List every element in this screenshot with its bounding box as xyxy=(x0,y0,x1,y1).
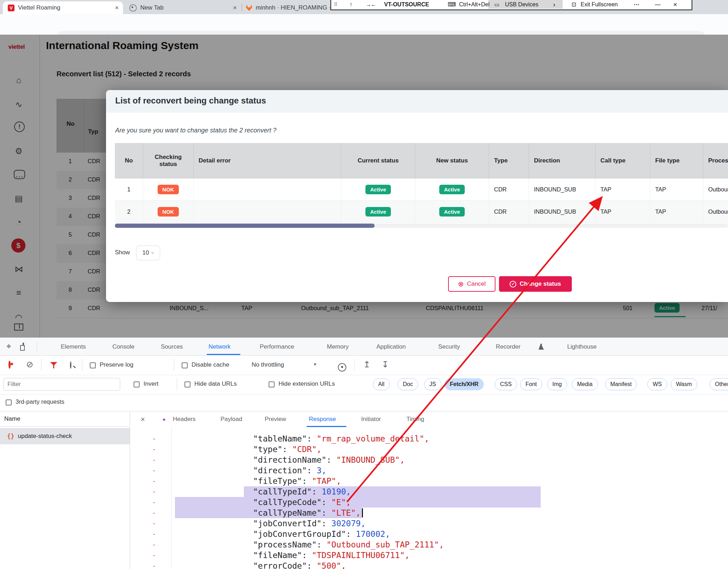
code-line: -"processName": "Outbound_sub_TAP_2111", xyxy=(130,539,728,550)
pill-media[interactable]: Media xyxy=(572,378,598,390)
name-column-header[interactable]: Name xyxy=(0,411,130,427)
modal-horizontal-scrollbar[interactable] xyxy=(115,224,728,228)
filter-input[interactable] xyxy=(4,378,120,391)
tab-sources[interactable]: Sources xyxy=(161,340,183,353)
check-circle-icon: ✓ xyxy=(510,281,516,288)
divider xyxy=(82,359,82,371)
pill-js[interactable]: JS xyxy=(424,378,441,390)
modal-row-2[interactable]: 2 NOK Active Active CDR INBOUND_SUB TAP … xyxy=(115,201,728,223)
pill-doc[interactable]: Doc xyxy=(398,378,418,390)
page-size-select[interactable]: 10 ˅ xyxy=(136,245,160,260)
divider xyxy=(37,341,37,352)
tab-security[interactable]: Security xyxy=(438,340,460,353)
close-details-icon[interactable]: × xyxy=(141,413,145,425)
tab-close-icon[interactable]: × xyxy=(233,4,237,12)
throttling-select[interactable]: No throttling xyxy=(252,361,284,368)
exit-fullscreen-button[interactable]: Exit Fullscreen xyxy=(581,0,618,9)
clear-icon[interactable]: ⊘ xyxy=(26,360,33,369)
tab-performance[interactable]: Performance xyxy=(260,340,294,353)
scrollbar-thumb[interactable] xyxy=(115,224,375,228)
tab-preview[interactable]: Preview xyxy=(265,413,286,425)
change-status-button[interactable]: ✓ Change status xyxy=(499,276,572,292)
tab-viettel-roaming[interactable]: V Viettel Roaming × xyxy=(3,1,123,14)
usb-devices-button[interactable]: USB Devices xyxy=(505,0,538,9)
nok-badge: NOK xyxy=(158,207,178,217)
json-request-icon: {} xyxy=(7,433,14,440)
filter-funnel-icon[interactable] xyxy=(50,362,57,368)
more-menu-icon[interactable]: ⋯ xyxy=(634,0,639,9)
upload-arrow-icon[interactable]: ↑ xyxy=(350,0,352,9)
requests-panel: Name {} update-status-check xyxy=(0,411,130,569)
device-toolbar-icon[interactable] xyxy=(23,343,24,350)
tab-payload[interactable]: Payload xyxy=(221,413,242,425)
tab-timing[interactable]: Timing xyxy=(406,413,424,425)
code-line: -"jobConvertGroupId": 170002, xyxy=(130,529,728,539)
tab-recorder[interactable]: Recorder xyxy=(496,340,521,353)
disable-cache-checkbox[interactable] xyxy=(182,362,188,368)
inspect-element-icon[interactable]: ⌖ xyxy=(6,341,11,351)
preserve-log-checkbox[interactable] xyxy=(90,362,96,368)
pill-img[interactable]: Img xyxy=(547,378,567,390)
tab-gitlab[interactable]: minhnh · HIEN_ROAMING · xyxy=(245,1,331,14)
active-request-tab-underline xyxy=(307,426,346,427)
request-name: update-status-check xyxy=(18,433,72,440)
active-badge: Active xyxy=(439,207,464,217)
tab-console[interactable]: Console xyxy=(112,340,134,353)
tab-label: Viettel Roaming xyxy=(18,4,60,11)
pill-other[interactable]: Other xyxy=(710,378,728,390)
tab-close-icon[interactable]: × xyxy=(115,4,119,12)
export-har-icon[interactable]: ↧ xyxy=(382,360,389,369)
search-icon[interactable] xyxy=(70,361,71,369)
pill-manifest[interactable]: Manifest xyxy=(605,378,637,390)
pill-fetch-xhr[interactable]: Fetch/XHR xyxy=(445,378,484,390)
tab-divider xyxy=(242,4,242,11)
browser-tab-strip: V Viettel Roaming × New Tab × minhnh · H… xyxy=(0,0,728,14)
pill-all[interactable]: All xyxy=(373,378,390,390)
keyboard-icon[interactable]: ⌨ xyxy=(448,0,456,9)
tab-label: New Tab xyxy=(140,4,164,11)
tab-network[interactable]: Network xyxy=(209,340,230,353)
import-har-icon[interactable]: ↥ xyxy=(363,360,370,369)
modal-row-1[interactable]: 1 NOK Active Active CDR INBOUND_SUB TAP … xyxy=(115,178,728,201)
tab-application[interactable]: Application xyxy=(376,340,406,353)
close-icon[interactable]: × xyxy=(673,0,677,9)
tab-initiator[interactable]: Initiator xyxy=(361,413,381,425)
response-viewer[interactable]: -"tableName": "rm_rap_volume_detail", -"… xyxy=(130,427,728,569)
code-line: -"tableName": "rm_rap_volume_detail", xyxy=(130,433,728,444)
hide-data-urls-checkbox[interactable] xyxy=(184,381,190,387)
tab-memory[interactable]: Memory xyxy=(327,340,348,353)
tab-headers[interactable]: Headers xyxy=(173,413,195,425)
third-party-checkbox[interactable] xyxy=(6,399,12,405)
active-tab-underline xyxy=(207,354,240,355)
tab-new-tab[interactable]: New Tab × xyxy=(124,1,241,14)
ctrl-alt-del-button[interactable]: Ctrl+Alt+Del xyxy=(459,0,489,9)
col-new-status: New status xyxy=(415,143,489,178)
pill-css[interactable]: CSS xyxy=(495,378,517,390)
tab-response[interactable]: Response xyxy=(309,413,336,425)
code-line: -"errorCode": "500", xyxy=(130,561,728,569)
snap-arrows-icon[interactable]: →← xyxy=(366,0,376,9)
minimize-icon[interactable]: — xyxy=(655,0,661,9)
invert-checkbox[interactable] xyxy=(134,381,140,387)
col-call-type: Call type xyxy=(595,143,650,178)
pill-font[interactable]: Font xyxy=(520,378,542,390)
pill-wasm[interactable]: Wasm xyxy=(671,378,697,390)
tab-label: minhnh · HIEN_ROAMING · xyxy=(256,4,331,11)
nok-badge: NOK xyxy=(158,185,178,194)
cancel-button[interactable]: ⊗ Cancel xyxy=(448,276,495,292)
code-line-calltypename: -"callTypeName": "LTE", xyxy=(130,508,728,518)
tab-lighthouse[interactable]: Lighthouse xyxy=(567,340,597,353)
modal-title: List of reconvert being change status xyxy=(115,96,266,106)
code-line: -"fileType": "TAP", xyxy=(130,476,728,486)
drag-grip-icon[interactable]: ⠿ xyxy=(334,0,337,9)
chevron-right-icon[interactable]: › xyxy=(553,0,555,9)
devtools-tab-bar: ⌖ Elements Console Sources Network Perfo… xyxy=(0,338,728,356)
disable-cache-label: Disable cache xyxy=(192,361,229,368)
record-icon[interactable] xyxy=(8,361,11,369)
dropdown-caret-icon[interactable]: ▾ xyxy=(314,361,316,367)
active-badge: Active xyxy=(365,207,391,217)
tab-elements[interactable]: Elements xyxy=(61,340,86,353)
request-row-update-status-check[interactable]: {} update-status-check xyxy=(0,428,130,444)
hide-extension-urls-checkbox[interactable] xyxy=(269,381,275,387)
pill-ws[interactable]: WS xyxy=(647,378,667,390)
